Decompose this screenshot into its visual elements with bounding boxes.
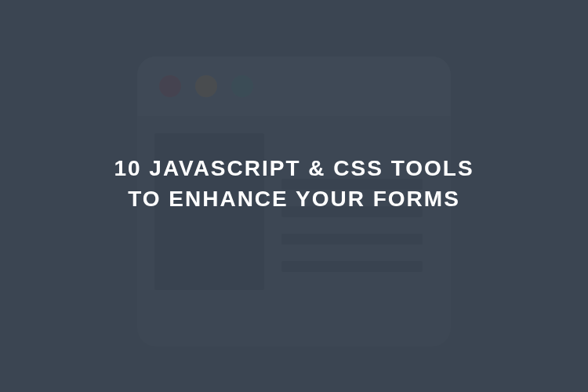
headline-line-2: TO ENHANCE YOUR FORMS bbox=[31, 183, 557, 214]
headline-line-1: 10 JAVASCRIPT & CSS TOOLS bbox=[31, 153, 557, 183]
article-headline: 10 JAVASCRIPT & CSS TOOLS TO ENHANCE YOU… bbox=[0, 153, 588, 214]
